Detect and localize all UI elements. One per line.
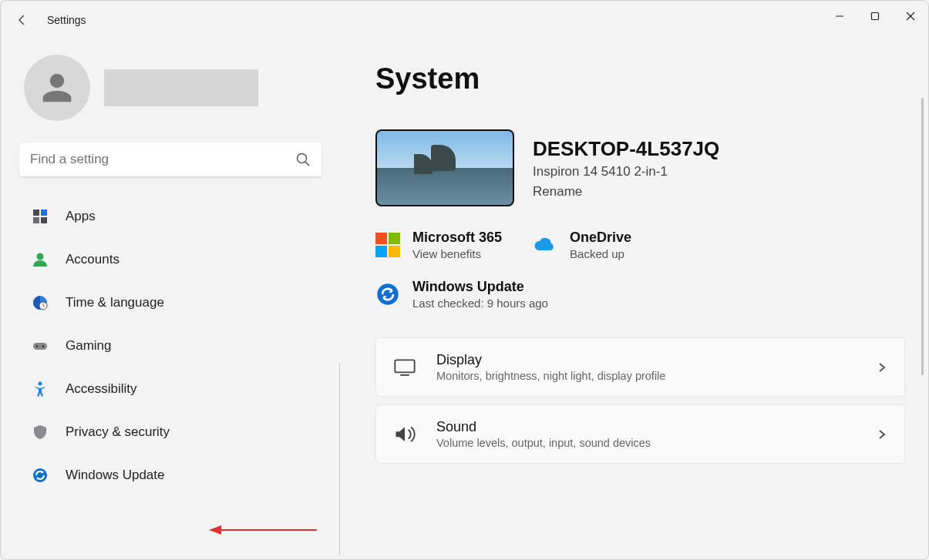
status-windows-update[interactable]: Windows Update Last checked: 9 hours ago	[375, 279, 548, 310]
device-model: Inspiron 14 5410 2-in-1	[533, 164, 719, 179]
sidebar: Apps Accounts Time & language Gaming Acc…	[1, 39, 340, 559]
scrollbar[interactable]	[921, 98, 924, 375]
status-microsoft-365[interactable]: Microsoft 365 View benefits	[375, 230, 502, 260]
search-icon	[295, 152, 311, 167]
svg-rect-16	[395, 360, 414, 372]
svg-rect-2	[33, 210, 39, 216]
search-input[interactable]	[19, 143, 321, 176]
accessibility-icon	[32, 381, 49, 397]
status-subtitle: View benefits	[412, 247, 502, 260]
sidebar-item-label: Privacy & security	[66, 424, 170, 440]
svg-rect-9	[33, 343, 47, 350]
svg-rect-5	[41, 217, 47, 223]
app-title: Settings	[47, 14, 86, 26]
close-button[interactable]	[893, 1, 928, 32]
avatar-icon	[24, 55, 90, 121]
svg-point-6	[37, 253, 44, 260]
accounts-icon	[32, 251, 49, 268]
card-subtitle: Monitors, brightness, night light, displ…	[436, 370, 857, 382]
svg-point-1	[298, 154, 307, 163]
desktop-wallpaper-thumbnail[interactable]	[375, 129, 514, 206]
username-placeholder	[104, 69, 258, 106]
status-subtitle: Backed up	[570, 247, 631, 260]
device-summary: DESKTOP-4L537JQ Inspiron 14 5410 2-in-1 …	[375, 129, 928, 206]
status-title: Windows Update	[412, 279, 548, 295]
device-name: DESKTOP-4L537JQ	[533, 137, 719, 161]
onedrive-icon	[533, 233, 557, 257]
svg-rect-0	[872, 13, 879, 20]
windows-update-status-icon	[375, 282, 400, 307]
svg-point-13	[33, 468, 47, 482]
svg-point-12	[39, 382, 42, 386]
profile-block[interactable]	[16, 55, 325, 121]
sidebar-item-accessibility[interactable]: Accessibility	[16, 367, 325, 411]
card-title: Display	[436, 352, 857, 368]
nav-list: Apps Accounts Time & language Gaming Acc…	[16, 195, 325, 559]
sidebar-item-label: Gaming	[66, 338, 112, 354]
sound-icon	[393, 423, 416, 446]
svg-point-11	[42, 345, 45, 347]
svg-rect-4	[33, 217, 39, 223]
apps-icon	[32, 208, 49, 225]
sidebar-item-time-language[interactable]: Time & language	[16, 281, 325, 324]
search-box[interactable]	[16, 143, 325, 176]
sidebar-item-label: Windows Update	[66, 468, 165, 483]
privacy-security-icon	[32, 424, 49, 441]
sidebar-item-apps[interactable]: Apps	[16, 195, 325, 238]
main-content: System DESKTOP-4L537JQ Inspiron 14 5410 …	[340, 39, 928, 559]
status-title: OneDrive	[570, 230, 631, 246]
back-button[interactable]	[7, 5, 38, 35]
svg-point-15	[377, 283, 398, 304]
sidebar-item-windows-update[interactable]: Windows Update	[16, 454, 325, 497]
chevron-right-icon	[877, 429, 887, 440]
rename-link[interactable]: Rename	[533, 184, 719, 200]
setting-card-display[interactable]: Display Monitors, brightness, night ligh…	[375, 337, 905, 397]
minimize-button[interactable]	[822, 1, 857, 32]
gaming-icon	[32, 337, 49, 354]
setting-card-sound[interactable]: Sound Volume levels, output, input, soun…	[375, 404, 905, 464]
sidebar-item-gaming[interactable]: Gaming	[16, 324, 325, 367]
sidebar-item-label: Apps	[66, 209, 96, 224]
sidebar-item-label: Time & language	[66, 295, 164, 310]
page-title: System	[375, 62, 928, 96]
time-language-icon	[32, 294, 49, 311]
chevron-right-icon	[877, 362, 887, 373]
maximize-button[interactable]	[857, 1, 893, 32]
card-title: Sound	[436, 419, 857, 435]
status-subtitle: Last checked: 9 hours ago	[412, 297, 548, 310]
status-onedrive[interactable]: OneDrive Backed up	[533, 230, 631, 260]
windows-update-icon	[32, 467, 49, 484]
svg-point-10	[36, 345, 39, 347]
display-icon	[393, 356, 416, 379]
microsoft-365-icon	[375, 233, 400, 257]
card-subtitle: Volume levels, output, input, sound devi…	[436, 437, 857, 449]
sidebar-item-privacy-security[interactable]: Privacy & security	[16, 411, 325, 454]
status-title: Microsoft 365	[412, 230, 502, 246]
sidebar-item-label: Accessibility	[66, 381, 137, 397]
svg-rect-3	[41, 210, 47, 216]
sidebar-item-label: Accounts	[66, 252, 119, 267]
sidebar-item-accounts[interactable]: Accounts	[16, 238, 325, 281]
